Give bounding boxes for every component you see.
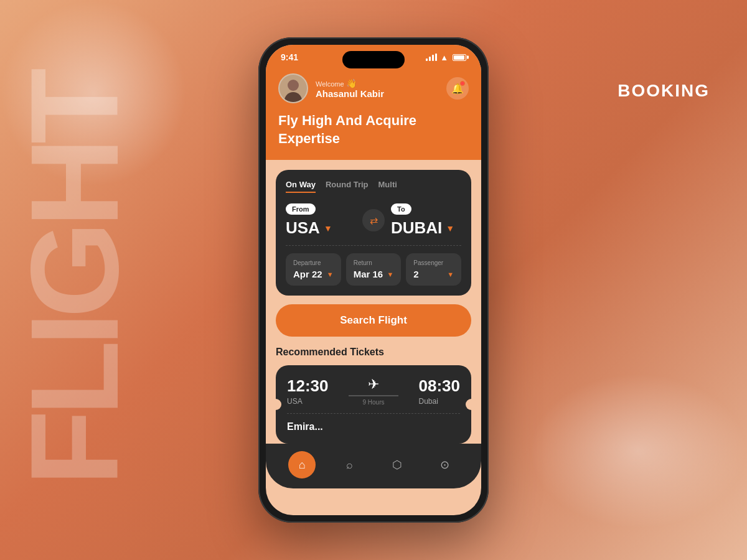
return-label: Return <box>354 259 394 266</box>
to-dropdown-icon: ▼ <box>446 223 454 233</box>
avatar[interactable] <box>278 73 308 103</box>
bottom-nav: ⌂ ⌕ ⬡ ⊙ <box>266 444 481 488</box>
return-dropdown-icon: ▼ <box>387 271 393 278</box>
tab-on-way[interactable]: On Way <box>286 180 316 193</box>
phone-screen: 9:41 ▲ <box>266 45 481 515</box>
ticket-card[interactable]: 12:30 USA ✈ 9 Hours 08:30 Dubai <box>276 365 471 444</box>
home-icon: ⌂ <box>299 459 306 472</box>
ticket-notch-left <box>270 399 281 410</box>
passenger-label: Passenger <box>413 259 454 266</box>
to-city-row: DUBAI ▼ <box>391 218 461 238</box>
user-text: Welcome 👋 Ahasanul Kabir <box>316 78 384 99</box>
avatar-head <box>288 80 299 91</box>
nav-tickets[interactable]: ⬡ <box>383 451 411 478</box>
passenger-dropdown-icon: ▼ <box>447 271 454 278</box>
tab-multi[interactable]: Multi <box>378 180 397 193</box>
departure-dropdown-icon: ▼ <box>327 271 334 278</box>
search-card: On Way Round Trip Multi From USA ▼ <box>276 170 471 296</box>
from-dropdown-icon: ▼ <box>324 223 332 233</box>
signal-bars-icon <box>426 54 437 61</box>
ticket-notch-right <box>466 399 477 410</box>
from-city: USA <box>286 218 320 238</box>
status-icons: ▲ <box>426 53 466 62</box>
return-value-row: Mar 16 ▼ <box>354 269 394 279</box>
recommended-section-title: Recommended Tickets <box>276 347 471 358</box>
phone-wrapper: 9:41 ▲ <box>258 37 489 523</box>
ticket-flight-info: 12:30 USA ✈ 9 Hours 08:30 Dubai <box>287 376 460 406</box>
profile-icon: ⊙ <box>440 458 449 472</box>
depart-time: 12:30 <box>287 376 329 396</box>
passenger-box[interactable]: Passenger 2 ▼ <box>406 253 461 286</box>
tickets-icon: ⬡ <box>392 458 402 472</box>
status-time: 9:41 <box>281 52 298 62</box>
swap-button[interactable]: ⇄ <box>362 209 385 231</box>
from-to-row: From USA ▼ ⇄ To DUBAI <box>286 203 461 238</box>
ticket-airline: Emira... <box>287 413 460 432</box>
welcome-label: Welcome 👋 <box>316 78 384 88</box>
user-info: Welcome 👋 Ahasanul Kabir <box>278 73 384 103</box>
departure-box[interactable]: Departure Apr 22 ▼ <box>286 253 341 286</box>
arrive-time: 08:30 <box>419 376 461 396</box>
avatar-person <box>283 77 303 102</box>
trip-tabs: On Way Round Trip Multi <box>286 180 461 193</box>
headline: Fly High And Acquire Expertise <box>278 112 469 147</box>
user-row: Welcome 👋 Ahasanul Kabir 🔔 <box>278 73 469 103</box>
nav-search[interactable]: ⌕ <box>336 451 364 478</box>
booking-label: BOOKING <box>618 81 710 101</box>
wave-emoji: 👋 <box>346 78 357 88</box>
passenger-value: 2 <box>413 269 418 279</box>
to-city: DUBAI <box>391 218 442 238</box>
notification-dot <box>460 81 465 86</box>
to-box[interactable]: To DUBAI ▼ <box>391 203 461 238</box>
dynamic-island <box>342 51 405 68</box>
tab-round-trip[interactable]: Round Trip <box>326 180 369 193</box>
duration-text: 9 Hours <box>362 399 384 406</box>
departure-value-row: Apr 22 ▼ <box>293 269 334 279</box>
search-flight-button[interactable]: Search Flight <box>276 304 471 337</box>
from-box[interactable]: From USA ▼ <box>286 203 356 238</box>
to-label: To <box>391 203 411 215</box>
app-header: Welcome 👋 Ahasanul Kabir 🔔 Fly High And … <box>266 65 481 160</box>
user-name: Ahasanul Kabir <box>316 88 384 99</box>
cloud-right-bottom <box>529 373 747 529</box>
swap-icon: ⇄ <box>370 215 378 226</box>
nav-profile[interactable]: ⊙ <box>431 451 459 478</box>
battery-icon <box>453 54 466 61</box>
nav-home[interactable]: ⌂ <box>288 451 316 478</box>
passenger-value-row: 2 ▼ <box>413 269 454 279</box>
divider <box>286 245 461 246</box>
return-value: Mar 16 <box>354 269 383 279</box>
plane-icon: ✈ <box>368 376 379 393</box>
notification-button[interactable]: 🔔 <box>446 77 469 100</box>
from-label: From <box>286 203 316 215</box>
cloud-left <box>0 0 187 187</box>
return-box[interactable]: Return Mar 16 ▼ <box>346 253 402 286</box>
airline-name: Emira... <box>287 421 460 432</box>
depart-block: 12:30 USA <box>287 376 329 406</box>
wifi-icon: ▲ <box>440 53 448 62</box>
depart-city: USA <box>287 397 329 406</box>
search-nav-icon: ⌕ <box>346 459 353 472</box>
departure-value: Apr 22 <box>293 269 322 279</box>
arrive-block: 08:30 Dubai <box>419 376 461 406</box>
departure-label: Departure <box>293 259 334 266</box>
main-content: On Way Round Trip Multi From USA ▼ <box>266 160 481 444</box>
date-row: Departure Apr 22 ▼ Return Mar 16 ▼ <box>286 253 461 286</box>
from-city-row: USA ▼ <box>286 218 356 238</box>
path-line <box>349 395 398 396</box>
phone-frame: 9:41 ▲ <box>258 37 489 523</box>
flight-path: ✈ 9 Hours <box>329 376 419 406</box>
avatar-body <box>284 92 302 103</box>
arrive-city: Dubai <box>419 397 461 406</box>
